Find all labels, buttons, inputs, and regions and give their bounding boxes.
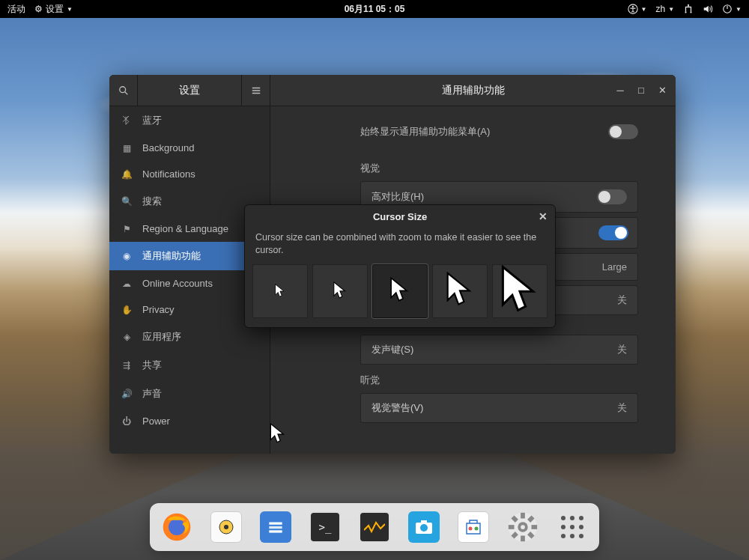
svg-point-33 bbox=[561, 525, 565, 529]
visual-alert-value: 关 bbox=[617, 401, 627, 415]
sidebar-header: 设置 bbox=[109, 75, 270, 106]
cursor-size-option-2[interactable] bbox=[312, 264, 368, 318]
sound-keys-label: 发声键(S) bbox=[372, 343, 413, 356]
svg-point-18 bbox=[475, 527, 479, 531]
top-panel: 活动 ⚙ 设置 ▼ 06月11 05：05 ▼ zh ▼ ▼ bbox=[0, 0, 749, 18]
cursor-size-option-1[interactable] bbox=[252, 264, 308, 318]
app-menu-button[interactable]: ⚙ 设置 ▼ bbox=[34, 3, 73, 16]
caret-down-icon: ▼ bbox=[67, 6, 73, 13]
dock-icon-rhythmbox[interactable] bbox=[208, 509, 244, 545]
sidebar-item-label: Power bbox=[142, 416, 170, 427]
clock[interactable]: 06月11 05：05 bbox=[345, 3, 405, 16]
cursor-icon bbox=[274, 284, 286, 299]
cursor-size-options bbox=[245, 264, 555, 318]
cursor-size-option-3[interactable] bbox=[372, 264, 428, 318]
sidebar-item-background[interactable]: ▦Background bbox=[109, 135, 270, 161]
sidebar-menu-button[interactable] bbox=[241, 75, 270, 106]
gear-icon: ⚙ bbox=[34, 4, 43, 14]
dock-icon-software[interactable] bbox=[455, 509, 491, 545]
app-menu-label: 设置 bbox=[46, 3, 64, 16]
cursor-size-value: Large bbox=[602, 261, 627, 273]
hand-icon: ✋ bbox=[121, 305, 132, 315]
hamburger-icon bbox=[251, 85, 261, 96]
minimize-button[interactable]: ─ bbox=[611, 82, 629, 100]
cursor-size-option-5[interactable] bbox=[492, 264, 548, 318]
sidebar-item-label: Online Accounts bbox=[142, 278, 213, 289]
dock-icon-firefox[interactable] bbox=[159, 509, 195, 545]
cursor-size-option-4[interactable] bbox=[432, 264, 488, 318]
dock-icon-files[interactable] bbox=[258, 509, 294, 545]
popover-description: Cursor size can be combined with zoom to… bbox=[245, 227, 555, 264]
svg-point-30 bbox=[561, 516, 565, 520]
dock-icon-terminal[interactable]: >_ bbox=[307, 509, 343, 545]
power-icon bbox=[722, 4, 733, 14]
sidebar-item-bell[interactable]: 🔔Notifications bbox=[109, 161, 270, 187]
system-menu[interactable]: ▼ bbox=[722, 4, 742, 14]
caret-down-icon: ▼ bbox=[641, 6, 647, 13]
svg-point-29 bbox=[521, 525, 525, 529]
section-hearing-label: 听觉 bbox=[360, 374, 638, 387]
dock: >_ bbox=[150, 503, 599, 551]
svg-point-6 bbox=[119, 86, 125, 92]
content-header: 通用辅助功能 ─ □ ✕ bbox=[270, 75, 676, 106]
sidebar-item-label: 应用程序 bbox=[142, 330, 181, 344]
background-icon: ▦ bbox=[121, 143, 132, 153]
svg-point-32 bbox=[579, 516, 583, 520]
svg-rect-23 bbox=[509, 525, 515, 529]
content-title: 通用辅助功能 bbox=[442, 84, 505, 97]
sidebar-item-bluetooth[interactable]: 蓝牙 bbox=[109, 106, 270, 135]
visual-alert-label: 视觉警告(V) bbox=[372, 401, 423, 415]
svg-rect-24 bbox=[532, 525, 538, 529]
sidebar-item-label: Notifications bbox=[142, 168, 195, 180]
power-icon: ⏻ bbox=[121, 416, 132, 427]
sidebar-item-label: 搜索 bbox=[142, 195, 162, 208]
svg-point-10 bbox=[224, 525, 228, 529]
sidebar-item-share[interactable]: ⇶共享 bbox=[109, 351, 270, 380]
high-contrast-switch[interactable] bbox=[597, 189, 627, 204]
share-icon: ⇶ bbox=[121, 360, 132, 371]
apps-icon: ◈ bbox=[121, 332, 132, 342]
popover-close-button[interactable]: ✕ bbox=[539, 210, 548, 222]
cloud-icon: ☁ bbox=[121, 279, 132, 289]
svg-point-8 bbox=[169, 519, 185, 535]
cursor-icon bbox=[500, 265, 539, 317]
svg-point-31 bbox=[570, 516, 574, 520]
close-button[interactable]: ✕ bbox=[653, 82, 671, 100]
always-show-menu-switch[interactable] bbox=[608, 124, 638, 139]
volume-icon[interactable] bbox=[703, 4, 713, 14]
sound-keys-value: 关 bbox=[617, 343, 627, 356]
network-icon[interactable] bbox=[683, 4, 694, 14]
bluetooth-icon bbox=[121, 116, 132, 125]
maximize-button[interactable]: □ bbox=[632, 82, 650, 100]
dock-icon-apps[interactable] bbox=[554, 509, 590, 545]
accessibility-indicator[interactable]: ▼ bbox=[628, 4, 647, 14]
sound-keys-row[interactable]: 发声键(S) 关 bbox=[360, 335, 638, 365]
svg-point-34 bbox=[570, 525, 574, 529]
svg-point-1 bbox=[631, 6, 633, 7]
svg-point-37 bbox=[570, 534, 574, 538]
svg-rect-21 bbox=[521, 513, 525, 519]
svg-point-15 bbox=[420, 524, 428, 532]
sidebar-item-sound[interactable]: 🔊声音 bbox=[109, 380, 270, 408]
accessibility-icon bbox=[628, 4, 638, 14]
high-contrast-label: 高对比度(H) bbox=[372, 190, 424, 204]
sidebar-item-label: Privacy bbox=[142, 304, 175, 315]
unknown-off-value: 关 bbox=[617, 293, 627, 307]
visual-alert-row[interactable]: 视觉警告(V) 关 bbox=[360, 393, 638, 423]
sidebar-item-label: Background bbox=[142, 142, 194, 153]
dock-icon-monitor[interactable] bbox=[357, 509, 392, 545]
search-icon: 🔍 bbox=[121, 196, 132, 207]
caret-down-icon: ▼ bbox=[668, 6, 674, 13]
dock-icon-settings[interactable] bbox=[505, 509, 541, 545]
dock-icon-screenshot[interactable] bbox=[406, 509, 442, 545]
cursor-icon bbox=[389, 277, 410, 305]
svg-point-2 bbox=[688, 4, 689, 6]
sidebar-search-button[interactable] bbox=[109, 75, 138, 106]
input-source-label: zh bbox=[655, 4, 665, 14]
activities-button[interactable]: 活动 bbox=[7, 3, 25, 16]
svg-point-35 bbox=[579, 525, 583, 529]
input-source-indicator[interactable]: zh ▼ bbox=[655, 4, 674, 14]
large-text-switch[interactable] bbox=[598, 225, 628, 240]
cursor-icon bbox=[446, 272, 474, 310]
sidebar-item-power[interactable]: ⏻Power bbox=[109, 408, 270, 434]
